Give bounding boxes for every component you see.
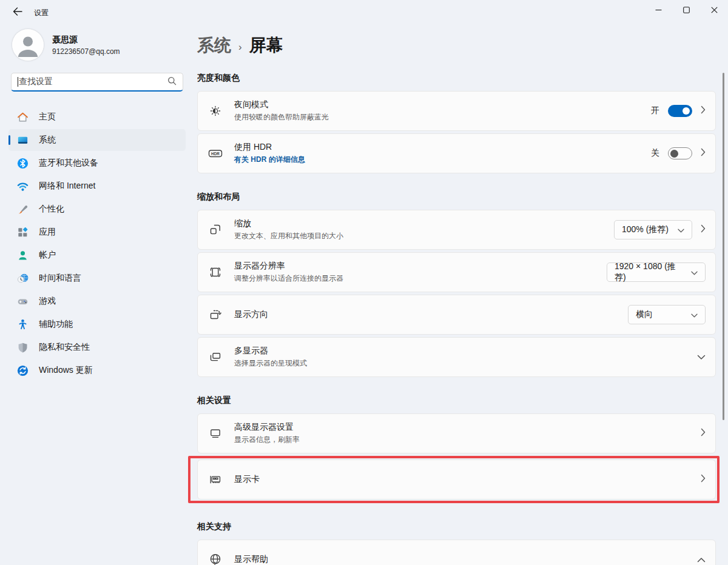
- sidebar-item-accessibility[interactable]: 辅助功能: [8, 313, 186, 335]
- display-adapter-row[interactable]: 显示卡: [197, 460, 716, 500]
- close-button[interactable]: [700, 0, 728, 21]
- main-content: 系统 › 屏幕 亮度和颜色 夜间模式 使用较暖的颜色帮助屏蔽蓝光 开: [197, 25, 716, 565]
- hdr-details-link[interactable]: 有关 HDR 的详细信息: [234, 155, 651, 165]
- night-light-toggle[interactable]: [668, 105, 692, 117]
- sidebar-item-bluetooth[interactable]: 蓝牙和其他设备: [8, 152, 186, 174]
- settings-window: 设置 聂思源 912236507@qq.com 查找设置: [0, 0, 728, 565]
- sidebar-item-label: 隐私和安全性: [39, 342, 90, 353]
- hdr-row[interactable]: HDR 使用 HDR 有关 HDR 的详细信息 关: [197, 133, 716, 173]
- sidebar-item-label: 帐户: [39, 250, 56, 261]
- hdr-title: 使用 HDR: [234, 142, 651, 153]
- chevron-up-icon: [697, 554, 706, 565]
- display-adapter-icon: [207, 472, 223, 487]
- advanced-display-text: 高级显示器设置 显示器信息，刷新率: [234, 422, 701, 445]
- orientation-dropdown-value: 横向: [636, 309, 653, 320]
- profile-text: 聂思源 912236507@qq.com: [52, 35, 120, 56]
- profile-card[interactable]: 聂思源 912236507@qq.com: [8, 25, 186, 69]
- section-related-settings: 相关设置: [197, 395, 716, 406]
- scale-text: 缩放 更改文本、应用和其他项目的大小: [234, 218, 614, 241]
- window-controls: [644, 0, 728, 21]
- display-help-row[interactable]: ? 显示帮助: [197, 540, 716, 565]
- app-title: 设置: [34, 8, 49, 18]
- chevron-down-icon: [691, 310, 698, 319]
- chevron-right-icon: [701, 105, 706, 116]
- sidebar: 聂思源 912236507@qq.com 查找设置 主页 系: [0, 25, 194, 565]
- text-caret: [18, 77, 18, 87]
- multi-display-title: 多显示器: [234, 346, 697, 356]
- sidebar-item-label: 时间和语言: [39, 273, 81, 284]
- night-light-text: 夜间模式 使用较暖的颜色帮助屏蔽蓝光: [234, 99, 651, 122]
- breadcrumb-parent[interactable]: 系统: [197, 34, 231, 57]
- back-button[interactable]: [7, 4, 28, 22]
- sidebar-item-label: 系统: [39, 135, 56, 145]
- sidebar-item-label: 辅助功能: [39, 319, 73, 330]
- hdr-icon: HDR: [207, 146, 223, 161]
- avatar: [12, 29, 44, 61]
- multi-display-text: 多显示器 选择显示器的呈现模式: [234, 346, 697, 369]
- sidebar-item-apps[interactable]: 应用: [8, 221, 186, 243]
- scale-subtitle: 更改文本、应用和其他项目的大小: [234, 231, 614, 241]
- hdr-toggle[interactable]: [668, 147, 692, 159]
- orientation-row[interactable]: 显示方向 横向: [197, 295, 716, 335]
- chevron-right-icon: [701, 474, 706, 485]
- personalization-icon: [16, 202, 29, 216]
- advanced-display-subtitle: 显示器信息，刷新率: [234, 435, 701, 445]
- windows-update-icon: [16, 364, 29, 377]
- sidebar-item-system[interactable]: 系统: [8, 129, 186, 151]
- titlebar: 设置: [0, 0, 728, 25]
- sidebar-item-accounts[interactable]: 帐户: [8, 244, 186, 266]
- sidebar-item-time-language[interactable]: 时间和语言: [8, 267, 186, 289]
- sidebar-item-home[interactable]: 主页: [8, 106, 186, 128]
- breadcrumb-separator-icon: ›: [238, 38, 242, 53]
- time-language-icon: [16, 272, 29, 285]
- sidebar-item-label: Windows 更新: [39, 365, 93, 376]
- orientation-dropdown[interactable]: 横向: [628, 305, 706, 324]
- gaming-icon: [16, 295, 29, 308]
- section-scale-layout: 缩放和布局: [197, 192, 716, 202]
- night-light-row[interactable]: 夜间模式 使用较暖的颜色帮助屏蔽蓝光 开: [197, 91, 716, 131]
- network-icon: [16, 179, 29, 193]
- hdr-text: 使用 HDR 有关 HDR 的详细信息: [234, 142, 651, 165]
- sidebar-item-personalization[interactable]: 个性化: [8, 198, 186, 220]
- sidebar-item-label: 游戏: [39, 296, 56, 307]
- night-light-subtitle: 使用较暖的颜色帮助屏蔽蓝光: [234, 112, 651, 122]
- minimize-button[interactable]: [644, 0, 672, 21]
- scale-dropdown[interactable]: 100% (推荐): [614, 220, 692, 239]
- sidebar-item-label: 网络和 Internet: [39, 181, 95, 192]
- chevron-down-icon: [691, 267, 698, 277]
- back-arrow-icon: [13, 7, 22, 18]
- search-icon: [167, 76, 177, 88]
- night-light-icon: [207, 104, 223, 118]
- privacy-icon: [16, 341, 29, 354]
- scale-row[interactable]: 缩放 更改文本、应用和其他项目的大小 100% (推荐): [197, 210, 716, 250]
- svg-text:?: ?: [214, 561, 217, 565]
- resolution-subtitle: 调整分辨率以适合所连接的显示器: [234, 273, 607, 284]
- multi-display-icon: [207, 350, 223, 364]
- resolution-row[interactable]: 显示器分辨率 调整分辨率以适合所连接的显示器 1920 × 1080 (推荐): [197, 252, 716, 292]
- section-brightness-color: 亮度和颜色: [197, 73, 716, 84]
- multi-display-row[interactable]: 多显示器 选择显示器的呈现模式: [197, 337, 716, 377]
- scale-icon: [207, 222, 223, 237]
- sidebar-item-privacy[interactable]: 隐私和安全性: [8, 336, 186, 358]
- display-adapter-text: 显示卡: [234, 474, 701, 485]
- advanced-display-row[interactable]: 高级显示器设置 显示器信息，刷新率: [197, 413, 716, 453]
- vertical-scrollbar[interactable]: [723, 73, 724, 420]
- display-help-text: 显示帮助: [234, 554, 697, 565]
- night-light-toggle-label: 开: [651, 105, 659, 116]
- sidebar-item-windows-update[interactable]: Windows 更新: [8, 359, 186, 381]
- resolution-title: 显示器分辨率: [234, 261, 607, 272]
- advanced-display-icon: [207, 426, 223, 441]
- chevron-right-icon: [701, 428, 706, 439]
- search-input[interactable]: 查找设置: [11, 73, 183, 92]
- page-title: 屏幕: [249, 34, 283, 57]
- resolution-dropdown[interactable]: 1920 × 1080 (推荐): [607, 262, 706, 282]
- section-related-support: 相关支持: [197, 521, 716, 532]
- chevron-right-icon: [701, 224, 706, 235]
- sidebar-item-gaming[interactable]: 游戏: [8, 290, 186, 312]
- maximize-button[interactable]: [672, 0, 700, 21]
- multi-display-subtitle: 选择显示器的呈现模式: [234, 358, 697, 369]
- svg-text:HDR: HDR: [211, 152, 220, 156]
- red-highlight-box: 显示卡: [188, 456, 720, 503]
- orientation-title: 显示方向: [234, 309, 628, 320]
- sidebar-item-network[interactable]: 网络和 Internet: [8, 175, 186, 197]
